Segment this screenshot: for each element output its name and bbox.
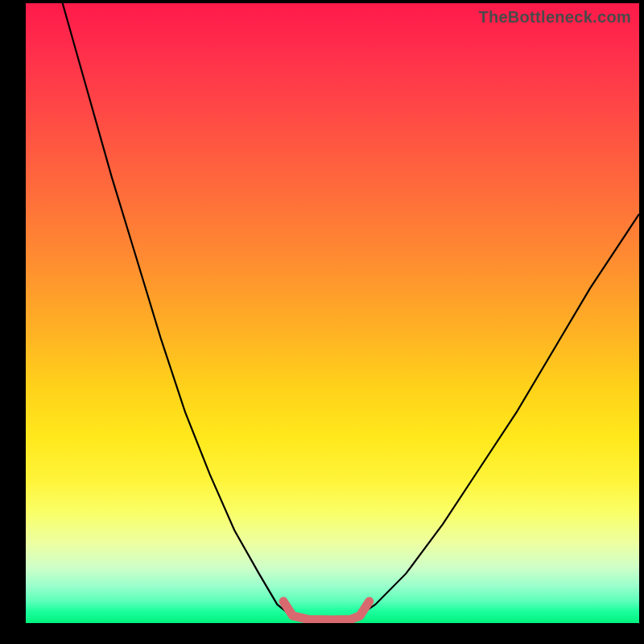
right-branch-curve xyxy=(357,214,640,617)
curve-layer xyxy=(26,3,639,623)
plot-area: TheBottleneck.com xyxy=(26,3,639,623)
watermark-text: TheBottleneck.com xyxy=(478,8,631,27)
left-branch-curve xyxy=(63,3,293,617)
floor-highlight-curve xyxy=(283,601,369,620)
chart-stage: TheBottleneck.com xyxy=(0,0,644,644)
